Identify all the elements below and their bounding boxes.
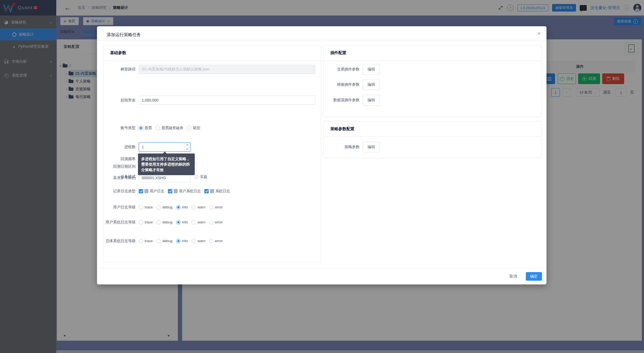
strategy-param-edit-button[interactable]: 编辑 <box>363 142 380 152</box>
option-label: 系统日志 <box>215 189 230 194</box>
option-label: 股票 <box>145 126 152 130</box>
radio-mark-icon <box>139 239 143 243</box>
option-label: info <box>182 205 188 209</box>
account-type-row: 账号类型 股票股票融资融券期货 <box>103 125 321 131</box>
field-label: 总体系统日志等级 <box>103 238 136 244</box>
spinner-up-icon[interactable] <box>184 143 190 147</box>
option-label: 用户系统日志 <box>179 189 201 194</box>
modal-footer: 取消 确定 <box>97 268 546 285</box>
option-label: error <box>215 239 223 243</box>
radio-user-sys-log-level[interactable]: error <box>209 220 223 224</box>
radio-mark-icon <box>156 239 161 243</box>
option-label: trace <box>145 220 153 224</box>
radio-mark-icon <box>209 220 214 224</box>
option-label: 期货 <box>193 126 200 130</box>
check-mark-icon <box>168 189 172 193</box>
log-document-icon <box>145 189 148 193</box>
radio-total-sys-log-level[interactable]: info <box>176 239 188 243</box>
radio-user-log-level[interactable]: info <box>176 205 188 209</box>
field-label: 数据源插件参数 <box>324 97 360 103</box>
radio-user-sys-log-level[interactable]: info <box>176 220 188 224</box>
process-count-input[interactable] <box>139 142 190 152</box>
option-label: info <box>182 239 188 243</box>
check-mark-icon <box>204 189 209 193</box>
plugin-config-title: 插件配置 <box>324 45 541 61</box>
radio-account-type[interactable]: 股票融资融券 <box>156 126 183 130</box>
spinner-down-icon[interactable] <box>184 147 190 152</box>
radio-total-sys-log-level[interactable]: debug <box>156 239 173 243</box>
ok-button[interactable]: 确定 <box>526 272 542 281</box>
radio-user-log-level[interactable]: warn <box>192 205 205 209</box>
radio-mark-icon <box>209 205 214 209</box>
radio-mark-icon <box>192 205 196 209</box>
option-label: warn <box>197 239 205 243</box>
add-task-modal: 添加运行策略任务 × 基础参数 树形路径 账号类型 股票股票融资融券期货 起始资… <box>97 26 546 284</box>
option-label: warn <box>197 205 205 209</box>
initial-capital-input[interactable] <box>139 96 315 105</box>
user-log-level-row: 用户日志等级 tracedebuginfowarnerror <box>103 204 321 210</box>
option-label: error <box>215 220 223 224</box>
radio-user-sys-log-level[interactable]: trace <box>139 220 153 224</box>
plugin-config-card: 插件配置 交易插件参数 编辑 校验插件参数 编辑 数据源插件参数 编辑 <box>323 45 541 117</box>
field-label: 交易插件参数 <box>324 66 360 72</box>
modal-title: 添加运行策略任务 <box>107 32 141 38</box>
radio-account-type[interactable]: 股票 <box>139 126 152 130</box>
field-label: 账号类型 <box>103 125 136 131</box>
trade-plugin-edit-button[interactable]: 编辑 <box>363 64 380 75</box>
modal-close-icon[interactable]: × <box>537 30 541 37</box>
check-mark-icon <box>139 189 143 193</box>
radio-user-log-level[interactable]: debug <box>156 205 173 209</box>
checkbox-log-type[interactable]: 用户系统日志 <box>168 189 201 194</box>
field-label: 用户日志等级 <box>103 204 136 210</box>
radio-mark-icon <box>176 205 181 209</box>
log-document-icon <box>210 189 214 193</box>
radio-account-type[interactable]: 期货 <box>187 126 200 130</box>
radio-user-log-level[interactable]: trace <box>139 205 153 209</box>
option-label: debug <box>162 205 173 209</box>
field-label: 起始资金 <box>103 97 136 103</box>
radio-mark-icon <box>139 205 143 209</box>
process-tooltip: 多进程如引用了自定义策略，需要使用支持多进程的标的拆分策略才有效 <box>138 153 195 175</box>
radio-user-sys-log-level[interactable]: warn <box>192 220 205 224</box>
process-count-row: 进程数 <box>103 142 321 152</box>
option-label: warn <box>197 220 205 224</box>
strategy-params-title: 策略参数配置 <box>324 121 541 137</box>
radio-mark-icon <box>192 239 196 243</box>
user-sys-log-level-row: 用户系统日志等级 tracedebuginfowarnerror <box>103 219 321 225</box>
radio-mark-icon <box>156 126 160 130</box>
log-document-icon <box>174 189 177 193</box>
radio-mark-icon <box>139 126 143 130</box>
basic-params-card: 基础参数 树形路径 账号类型 股票股票融资融券期货 起始资金 回测频率 每天每分… <box>103 45 321 262</box>
radio-user-sys-log-level[interactable]: debug <box>156 220 173 224</box>
field-label: 策略参数 <box>324 144 360 150</box>
option-label: debug <box>162 220 173 224</box>
datasource-plugin-row: 数据源插件参数 编辑 <box>324 95 541 106</box>
radio-total-sys-log-level[interactable]: trace <box>139 239 153 243</box>
option-label: 股票融资融券 <box>162 126 183 130</box>
verify-plugin-edit-button[interactable]: 编辑 <box>363 79 380 90</box>
radio-mark-icon <box>156 205 161 209</box>
verify-plugin-row: 校验插件参数 编辑 <box>324 79 541 90</box>
initial-capital-row: 起始资金 <box>103 96 321 105</box>
radio-mark-icon <box>156 220 161 224</box>
option-label: trace <box>145 239 153 243</box>
field-label: 记录日志类型 <box>103 188 136 194</box>
option-label: trace <box>145 205 153 209</box>
checkbox-log-type[interactable]: 系统日志 <box>204 189 230 194</box>
tree-path-input[interactable] <box>139 65 315 74</box>
datasource-plugin-edit-button[interactable]: 编辑 <box>363 95 380 106</box>
field-label: 校验插件参数 <box>324 82 360 88</box>
total-sys-log-level-row: 总体系统日志等级 tracedebuginfowarnerror <box>103 238 321 244</box>
radio-total-sys-log-level[interactable]: warn <box>192 239 205 243</box>
field-label: 进程数 <box>103 144 136 150</box>
strategy-params-card: 策略参数配置 策略参数 编辑 <box>323 121 541 158</box>
radio-user-log-level[interactable]: error <box>209 205 223 209</box>
strategy-param-row: 策略参数 编辑 <box>324 142 541 152</box>
option-label: 用户日志 <box>150 189 164 194</box>
tree-path-row: 树形路径 <box>103 65 321 74</box>
checkbox-log-type[interactable]: 用户日志 <box>139 189 164 194</box>
radio-mark-icon <box>209 239 214 243</box>
radio-mark-icon <box>176 220 181 224</box>
cancel-button[interactable]: 取消 <box>505 272 521 281</box>
radio-total-sys-log-level[interactable]: error <box>209 239 223 243</box>
